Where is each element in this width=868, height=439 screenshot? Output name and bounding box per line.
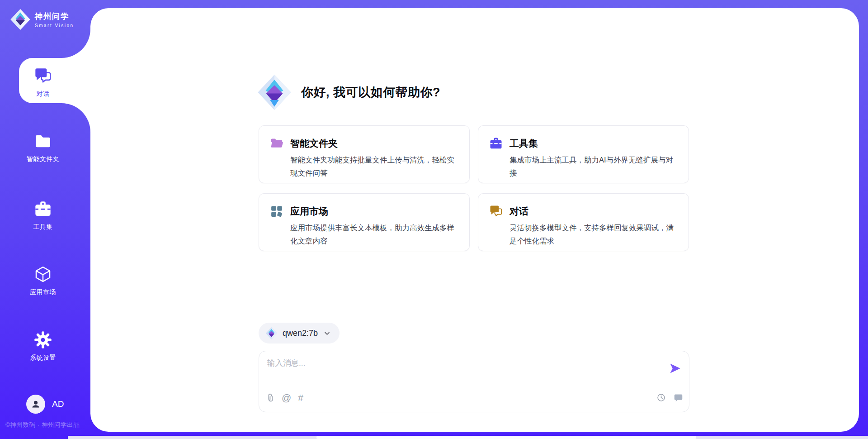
sidebar-item-app-market[interactable]: 应用市场 [0,265,86,296]
card-title: 应用市场 [290,205,328,218]
brand-logo-icon [10,8,31,31]
folder-icon [0,132,86,151]
brand: 神州问学 Smart Vision [10,8,74,31]
card-description: 智能文件夹功能支持批量文件上传与清洗，轻松实现文件问答 [290,153,459,180]
sidebar-item-label: 工具集 [0,223,86,231]
composer: @ # [259,351,689,412]
feature-card-app-market[interactable]: 应用市场 应用市场提供丰富长文本模板，助力高效生成多样化文章内容 [259,193,470,251]
model-name: qwen2:7b [283,329,318,338]
user-name: AD [52,399,64,409]
history-clock-icon [656,393,666,402]
feature-card-toolset[interactable]: 工具集 集成市场上主流工具，助力AI与外界无缝扩展与对接 [478,125,689,183]
model-logo-icon [265,327,278,340]
brand-name: 神州问学 [35,11,74,22]
cube-icon [0,265,86,284]
chat-bubbles-icon [489,205,503,218]
main-panel: 你好, 我可以如何帮助你? 智能文件夹 智能文件夹功能支持批量文件上传与清洗，轻… [90,8,859,432]
copyright-footer: ©神州数码 · 神州问学出品 [5,421,90,429]
sidebar-item-smart-folder[interactable]: 智能文件夹 [0,132,86,163]
at-icon: @ [282,393,291,402]
paperclip-icon [265,393,275,402]
composer-divider [263,384,685,384]
open-folder-icon [270,137,283,150]
avatar [26,395,45,414]
send-icon [669,362,681,375]
greeting-row: 你好, 我可以如何帮助你? [257,73,440,111]
card-title: 智能文件夹 [290,137,338,150]
sidebar-item-label: 系统设置 [0,354,86,362]
feature-card-smart-folder[interactable]: 智能文件夹 智能文件夹功能支持批量文件上传与清洗，轻松实现文件问答 [259,125,470,183]
sidebar-item-chat[interactable]: 对话 [0,67,86,98]
assistant-logo-icon [257,73,292,111]
card-title: 工具集 [509,137,538,150]
briefcase-icon [489,137,503,150]
chat-filled-icon [674,393,683,402]
user-profile[interactable]: AD [26,395,64,414]
greeting-title: 你好, 我可以如何帮助你? [301,84,440,100]
history-button[interactable] [656,393,666,402]
topic-button[interactable]: # [298,393,303,402]
chat-bubbles-icon [0,67,86,86]
message-input[interactable] [266,357,657,381]
sidebar-item-settings[interactable]: 系统设置 [0,330,86,362]
card-description: 灵活切换多模型文件，支持多样回复效果调试，满足个性化需求 [509,221,679,248]
horizontal-scrollbar[interactable] [68,436,868,439]
sidebar-item-label: 智能文件夹 [0,155,86,163]
model-selector[interactable]: qwen2:7b [259,323,340,344]
app-grid-icon [270,205,283,218]
quick-chat-button[interactable] [674,393,683,402]
send-button[interactable] [668,362,682,376]
app-window: { "brand": {"name": "神州问学", "subtitle": … [0,0,868,439]
gear-icon [0,330,86,349]
composer-toolbar: @ # [265,389,683,406]
card-description: 应用市场提供丰富长文本模板，助力高效生成多样化文章内容 [290,221,459,248]
briefcase-icon [0,200,86,219]
person-icon [30,398,42,410]
attach-button[interactable] [265,393,275,402]
sidebar-item-label: 对话 [0,90,86,98]
sidebar-item-label: 应用市场 [0,288,86,296]
brand-subtitle: Smart Vision [35,23,74,28]
feature-cards: 智能文件夹 智能文件夹功能支持批量文件上传与清洗，轻松实现文件问答 [259,125,689,251]
hash-icon: # [298,393,303,402]
mention-button[interactable]: @ [282,393,291,402]
chevron-down-icon [324,330,330,337]
feature-card-chat[interactable]: 对话 灵活切换多模型文件，支持多样回复效果调试，满足个性化需求 [478,193,689,251]
sidebar: 神州问学 Smart Vision 对话 智能文件夹 [0,0,90,439]
scrollbar-thumb[interactable] [316,436,696,439]
card-title: 对话 [509,205,528,218]
sidebar-item-toolset[interactable]: 工具集 [0,200,86,231]
card-description: 集成市场上主流工具，助力AI与外界无缝扩展与对接 [509,153,679,180]
